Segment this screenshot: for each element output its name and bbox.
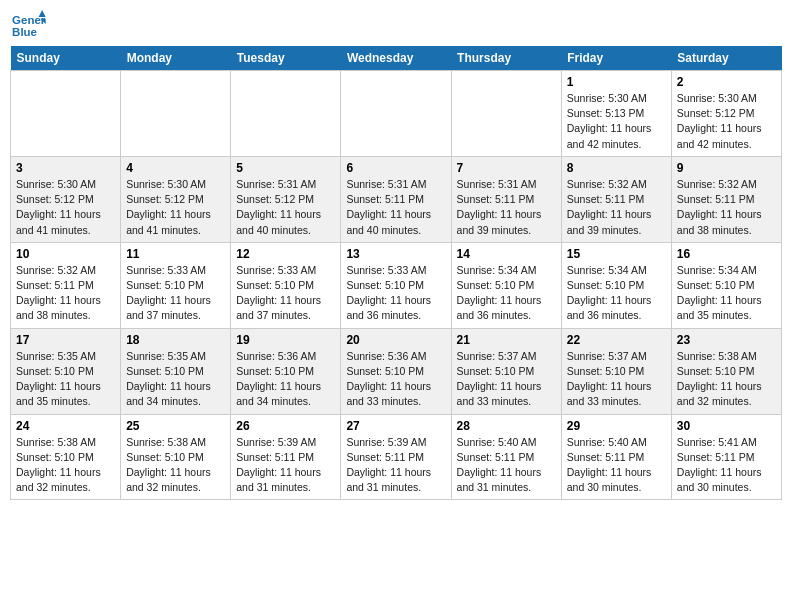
calendar-header: SundayMondayTuesdayWednesdayThursdayFrid… (11, 46, 782, 71)
day-info: Sunrise: 5:30 AM Sunset: 5:13 PM Dayligh… (567, 91, 666, 152)
calendar-day-cell: 1Sunrise: 5:30 AM Sunset: 5:13 PM Daylig… (561, 71, 671, 157)
day-number: 18 (126, 333, 225, 347)
calendar-table: SundayMondayTuesdayWednesdayThursdayFrid… (10, 46, 782, 500)
calendar-empty-cell (121, 71, 231, 157)
day-info: Sunrise: 5:34 AM Sunset: 5:10 PM Dayligh… (677, 263, 776, 324)
weekday-header-row: SundayMondayTuesdayWednesdayThursdayFrid… (11, 46, 782, 71)
calendar-day-cell: 13Sunrise: 5:33 AM Sunset: 5:10 PM Dayli… (341, 242, 451, 328)
calendar-day-cell: 9Sunrise: 5:32 AM Sunset: 5:11 PM Daylig… (671, 156, 781, 242)
day-info: Sunrise: 5:30 AM Sunset: 5:12 PM Dayligh… (677, 91, 776, 152)
day-number: 24 (16, 419, 115, 433)
calendar-day-cell: 20Sunrise: 5:36 AM Sunset: 5:10 PM Dayli… (341, 328, 451, 414)
day-info: Sunrise: 5:30 AM Sunset: 5:12 PM Dayligh… (126, 177, 225, 238)
day-number: 2 (677, 75, 776, 89)
logo-icon: General Blue (10, 10, 46, 40)
day-number: 25 (126, 419, 225, 433)
calendar-day-cell: 3Sunrise: 5:30 AM Sunset: 5:12 PM Daylig… (11, 156, 121, 242)
day-number: 8 (567, 161, 666, 175)
calendar-day-cell: 23Sunrise: 5:38 AM Sunset: 5:10 PM Dayli… (671, 328, 781, 414)
day-info: Sunrise: 5:40 AM Sunset: 5:11 PM Dayligh… (457, 435, 556, 496)
day-number: 1 (567, 75, 666, 89)
day-number: 5 (236, 161, 335, 175)
calendar-empty-cell (11, 71, 121, 157)
day-number: 10 (16, 247, 115, 261)
day-number: 6 (346, 161, 445, 175)
calendar-day-cell: 16Sunrise: 5:34 AM Sunset: 5:10 PM Dayli… (671, 242, 781, 328)
day-info: Sunrise: 5:35 AM Sunset: 5:10 PM Dayligh… (126, 349, 225, 410)
day-number: 23 (677, 333, 776, 347)
day-info: Sunrise: 5:36 AM Sunset: 5:10 PM Dayligh… (236, 349, 335, 410)
day-info: Sunrise: 5:34 AM Sunset: 5:10 PM Dayligh… (567, 263, 666, 324)
weekday-header-friday: Friday (561, 46, 671, 71)
calendar-week-row: 24Sunrise: 5:38 AM Sunset: 5:10 PM Dayli… (11, 414, 782, 500)
day-number: 9 (677, 161, 776, 175)
day-info: Sunrise: 5:30 AM Sunset: 5:12 PM Dayligh… (16, 177, 115, 238)
day-number: 19 (236, 333, 335, 347)
calendar-day-cell: 5Sunrise: 5:31 AM Sunset: 5:12 PM Daylig… (231, 156, 341, 242)
calendar-day-cell: 22Sunrise: 5:37 AM Sunset: 5:10 PM Dayli… (561, 328, 671, 414)
day-number: 4 (126, 161, 225, 175)
day-number: 12 (236, 247, 335, 261)
day-info: Sunrise: 5:33 AM Sunset: 5:10 PM Dayligh… (126, 263, 225, 324)
day-number: 22 (567, 333, 666, 347)
day-info: Sunrise: 5:41 AM Sunset: 5:11 PM Dayligh… (677, 435, 776, 496)
calendar-day-cell: 11Sunrise: 5:33 AM Sunset: 5:10 PM Dayli… (121, 242, 231, 328)
calendar-day-cell: 25Sunrise: 5:38 AM Sunset: 5:10 PM Dayli… (121, 414, 231, 500)
calendar-day-cell: 10Sunrise: 5:32 AM Sunset: 5:11 PM Dayli… (11, 242, 121, 328)
day-info: Sunrise: 5:33 AM Sunset: 5:10 PM Dayligh… (346, 263, 445, 324)
calendar-day-cell: 15Sunrise: 5:34 AM Sunset: 5:10 PM Dayli… (561, 242, 671, 328)
calendar-body: 1Sunrise: 5:30 AM Sunset: 5:13 PM Daylig… (11, 71, 782, 500)
day-info: Sunrise: 5:36 AM Sunset: 5:10 PM Dayligh… (346, 349, 445, 410)
calendar-week-row: 10Sunrise: 5:32 AM Sunset: 5:11 PM Dayli… (11, 242, 782, 328)
logo: General Blue (10, 10, 50, 40)
day-number: 3 (16, 161, 115, 175)
day-info: Sunrise: 5:35 AM Sunset: 5:10 PM Dayligh… (16, 349, 115, 410)
weekday-header-thursday: Thursday (451, 46, 561, 71)
day-info: Sunrise: 5:38 AM Sunset: 5:10 PM Dayligh… (126, 435, 225, 496)
day-number: 16 (677, 247, 776, 261)
calendar-day-cell: 28Sunrise: 5:40 AM Sunset: 5:11 PM Dayli… (451, 414, 561, 500)
calendar-empty-cell (451, 71, 561, 157)
day-info: Sunrise: 5:32 AM Sunset: 5:11 PM Dayligh… (677, 177, 776, 238)
calendar-day-cell: 29Sunrise: 5:40 AM Sunset: 5:11 PM Dayli… (561, 414, 671, 500)
calendar-day-cell: 27Sunrise: 5:39 AM Sunset: 5:11 PM Dayli… (341, 414, 451, 500)
day-info: Sunrise: 5:37 AM Sunset: 5:10 PM Dayligh… (457, 349, 556, 410)
calendar-day-cell: 7Sunrise: 5:31 AM Sunset: 5:11 PM Daylig… (451, 156, 561, 242)
day-info: Sunrise: 5:34 AM Sunset: 5:10 PM Dayligh… (457, 263, 556, 324)
day-number: 26 (236, 419, 335, 433)
day-info: Sunrise: 5:38 AM Sunset: 5:10 PM Dayligh… (677, 349, 776, 410)
day-number: 11 (126, 247, 225, 261)
day-info: Sunrise: 5:32 AM Sunset: 5:11 PM Dayligh… (567, 177, 666, 238)
calendar-week-row: 1Sunrise: 5:30 AM Sunset: 5:13 PM Daylig… (11, 71, 782, 157)
calendar-day-cell: 12Sunrise: 5:33 AM Sunset: 5:10 PM Dayli… (231, 242, 341, 328)
weekday-header-monday: Monday (121, 46, 231, 71)
day-number: 30 (677, 419, 776, 433)
day-number: 29 (567, 419, 666, 433)
day-info: Sunrise: 5:31 AM Sunset: 5:11 PM Dayligh… (346, 177, 445, 238)
day-info: Sunrise: 5:31 AM Sunset: 5:11 PM Dayligh… (457, 177, 556, 238)
calendar-day-cell: 21Sunrise: 5:37 AM Sunset: 5:10 PM Dayli… (451, 328, 561, 414)
calendar-week-row: 3Sunrise: 5:30 AM Sunset: 5:12 PM Daylig… (11, 156, 782, 242)
weekday-header-wednesday: Wednesday (341, 46, 451, 71)
calendar-day-cell: 30Sunrise: 5:41 AM Sunset: 5:11 PM Dayli… (671, 414, 781, 500)
day-info: Sunrise: 5:32 AM Sunset: 5:11 PM Dayligh… (16, 263, 115, 324)
day-info: Sunrise: 5:39 AM Sunset: 5:11 PM Dayligh… (346, 435, 445, 496)
calendar-day-cell: 24Sunrise: 5:38 AM Sunset: 5:10 PM Dayli… (11, 414, 121, 500)
day-number: 7 (457, 161, 556, 175)
day-info: Sunrise: 5:38 AM Sunset: 5:10 PM Dayligh… (16, 435, 115, 496)
day-info: Sunrise: 5:39 AM Sunset: 5:11 PM Dayligh… (236, 435, 335, 496)
day-number: 14 (457, 247, 556, 261)
calendar-day-cell: 8Sunrise: 5:32 AM Sunset: 5:11 PM Daylig… (561, 156, 671, 242)
day-info: Sunrise: 5:40 AM Sunset: 5:11 PM Dayligh… (567, 435, 666, 496)
weekday-header-sunday: Sunday (11, 46, 121, 71)
day-info: Sunrise: 5:31 AM Sunset: 5:12 PM Dayligh… (236, 177, 335, 238)
day-number: 28 (457, 419, 556, 433)
calendar-day-cell: 17Sunrise: 5:35 AM Sunset: 5:10 PM Dayli… (11, 328, 121, 414)
calendar-day-cell: 14Sunrise: 5:34 AM Sunset: 5:10 PM Dayli… (451, 242, 561, 328)
calendar-empty-cell (231, 71, 341, 157)
weekday-header-tuesday: Tuesday (231, 46, 341, 71)
calendar-day-cell: 4Sunrise: 5:30 AM Sunset: 5:12 PM Daylig… (121, 156, 231, 242)
weekday-header-saturday: Saturday (671, 46, 781, 71)
svg-text:Blue: Blue (12, 26, 37, 38)
page-header: General Blue (10, 10, 782, 40)
